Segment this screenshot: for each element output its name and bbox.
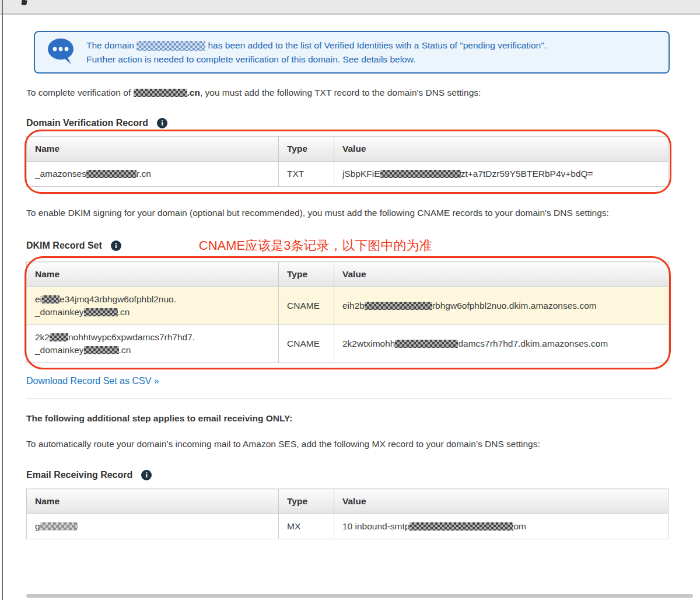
- banner-text: The domain has been added to the list of…: [86, 39, 659, 67]
- record-name-prefix: ei: [35, 294, 42, 304]
- dkim-table: Name Type Value eie34jmq43rbhgw6ofphbl2n…: [26, 261, 668, 363]
- record-name-cell: eie34jmq43rbhgw6ofphbl2nuo. _domainkey.c…: [27, 287, 279, 325]
- verification-table: Name Type Value _amazonsesr.cn TXT jSbpK…: [26, 136, 668, 187]
- banner-line1-prefix: The domain: [86, 40, 134, 50]
- redacted-text: [84, 346, 119, 354]
- domain-suffix: .cn: [187, 88, 200, 97]
- intro-prefix: To complete verification of: [26, 88, 131, 97]
- table-row: _amazonsesr.cn TXT jSbpKFiEzt+a7tDzr59Y5…: [27, 162, 668, 187]
- record-value-prefix: eih2b: [342, 301, 365, 311]
- partial-title-glyph: [21, 0, 27, 6]
- redacted-text: [86, 170, 136, 178]
- redacted-text: [365, 302, 432, 310]
- redacted-text: [50, 333, 68, 341]
- column-header-name: Name: [27, 137, 279, 162]
- footer-divider: [26, 594, 693, 598]
- table-row: 2k2nohhtwypc6xpwdamcs7rh7hd7. _domainkey…: [27, 325, 668, 363]
- redacted-text: [84, 308, 118, 316]
- record-value-suffix: rbhgw6ofphbl2nuo.dkim.amazonses.com: [432, 301, 597, 311]
- record-name-line2-prefix: _domainkey: [35, 307, 84, 317]
- record-value-prefix: jSbpKFiE: [342, 169, 380, 179]
- record-type-cell: MX: [279, 514, 334, 539]
- section-divider: [26, 399, 671, 399]
- dkim-heading-row: DKIM Record Set i CNAME应该是3条记录，以下图中的为准: [26, 237, 673, 254]
- column-header-type: Type: [279, 137, 334, 162]
- section-title-verification: Domain Verification Record: [26, 118, 148, 128]
- record-type-cell: TXT: [279, 162, 334, 187]
- email-table-wrap: Name Type Value g MX 10 inbound-smtpom: [26, 489, 668, 539]
- column-header-type: Type: [279, 262, 334, 287]
- redacted-text: [134, 89, 187, 97]
- main-content: The domain has been added to the list of…: [26, 31, 673, 539]
- info-icon[interactable]: i: [141, 470, 152, 480]
- column-header-name: Name: [27, 489, 279, 514]
- left-border-line: [2, 0, 3, 600]
- column-header-type: Type: [279, 489, 334, 514]
- record-name-prefix: _amazonses: [35, 169, 86, 179]
- window-chrome-bar: [0, 0, 700, 15]
- record-name-line2-suffix: .cn: [118, 307, 130, 317]
- record-value-cell: jSbpKFiEzt+a7tDzr59Y5BTERbP4v+bdQ=: [334, 162, 668, 187]
- record-value-prefix: 2k2wtximohh: [342, 339, 395, 348]
- table-header-row: Name Type Value: [27, 262, 668, 287]
- record-name-line2-prefix: _domainkey: [35, 345, 84, 355]
- record-name-prefix: g: [35, 521, 40, 531]
- email-only-note: The following additional step applies to…: [26, 411, 673, 425]
- record-value-suffix: damcs7rh7hd7.dkim.amazonses.com: [458, 339, 608, 348]
- record-name-cell: _amazonsesr.cn: [27, 162, 279, 187]
- dkim-table-wrap: Name Type Value eie34jmq43rbhgw6ofphbl2n…: [26, 261, 668, 363]
- record-value-cell: eih2brbhgw6ofphbl2nuo.dkim.amazonses.com: [334, 287, 668, 325]
- record-name-cell: g: [27, 514, 279, 539]
- table-header-row: Name Type Value: [27, 137, 668, 162]
- column-header-value: Value: [334, 137, 668, 162]
- email-table: Name Type Value g MX 10 inbound-smtpom: [26, 489, 668, 539]
- redacted-text: [380, 170, 461, 178]
- verification-table-wrap: Name Type Value _amazonsesr.cn TXT jSbpK…: [26, 136, 668, 187]
- email-heading-row: Email Receiving Record i: [26, 470, 673, 480]
- banner-line1-suffix: has been added to the list of Verified I…: [208, 40, 547, 50]
- record-value-suffix: zt+a7tDzr59Y5BTERbP4v+bdQ=: [461, 169, 593, 179]
- record-value-cell: 10 inbound-smtpom: [334, 514, 668, 539]
- intro-suffix: , you must add the following TXT record …: [200, 88, 481, 97]
- column-header-value: Value: [334, 262, 668, 287]
- verification-intro: To complete verification of .cn, you mus…: [26, 86, 673, 99]
- section-title-dkim: DKIM Record Set: [26, 240, 102, 251]
- download-csv-link[interactable]: Download Record Set as CSV »: [26, 376, 159, 386]
- verification-heading-row: Domain Verification Record i: [26, 118, 673, 128]
- email-intro: To automatically route your domain’s inc…: [26, 437, 648, 451]
- record-value-cell: 2k2wtximohhdamcs7rh7hd7.dkim.amazonses.c…: [334, 325, 668, 363]
- table-row: g MX 10 inbound-smtpom: [27, 514, 668, 539]
- record-name-prefix: 2k2: [35, 332, 50, 342]
- column-header-name: Name: [27, 262, 279, 287]
- record-name-cell: 2k2nohhtwypc6xpwdamcs7rh7hd7. _domainkey…: [27, 325, 279, 363]
- record-type-cell: CNAME: [279, 325, 334, 363]
- info-icon[interactable]: i: [111, 240, 121, 251]
- column-header-value: Value: [334, 489, 668, 514]
- chat-bubble-icon: [47, 37, 75, 68]
- info-icon[interactable]: i: [157, 118, 167, 128]
- record-name-line2-suffix: .cn: [119, 345, 131, 355]
- record-name-mid: nohhtwypc6xpwdamcs7rh7hd7.: [68, 332, 195, 342]
- annotation-text-cn: CNAME应该是3条记录，以下图中的为准: [199, 237, 432, 254]
- banner-line2: Further action is needed to complete ver…: [86, 54, 415, 64]
- record-type-cell: CNAME: [279, 287, 334, 325]
- section-title-email: Email Receiving Record: [26, 470, 132, 480]
- redacted-text: [136, 41, 205, 51]
- table-row: eie34jmq43rbhgw6ofphbl2nuo. _domainkey.c…: [27, 287, 668, 325]
- record-name-suffix: r.cn: [136, 169, 151, 179]
- redacted-text: [395, 340, 458, 348]
- redacted-text: [410, 522, 513, 531]
- table-header-row: Name Type Value: [27, 489, 668, 514]
- record-name-mid: e34jmq43rbhgw6ofphbl2nuo.: [60, 294, 176, 304]
- record-value-prefix: 10 inbound-smtp: [342, 521, 410, 531]
- dkim-intro: To enable DKIM signing for your domain (…: [26, 206, 656, 219]
- redacted-text: [40, 522, 78, 531]
- info-banner: The domain has been added to the list of…: [34, 31, 670, 74]
- record-value-suffix: om: [513, 521, 526, 531]
- redacted-text: [42, 295, 60, 304]
